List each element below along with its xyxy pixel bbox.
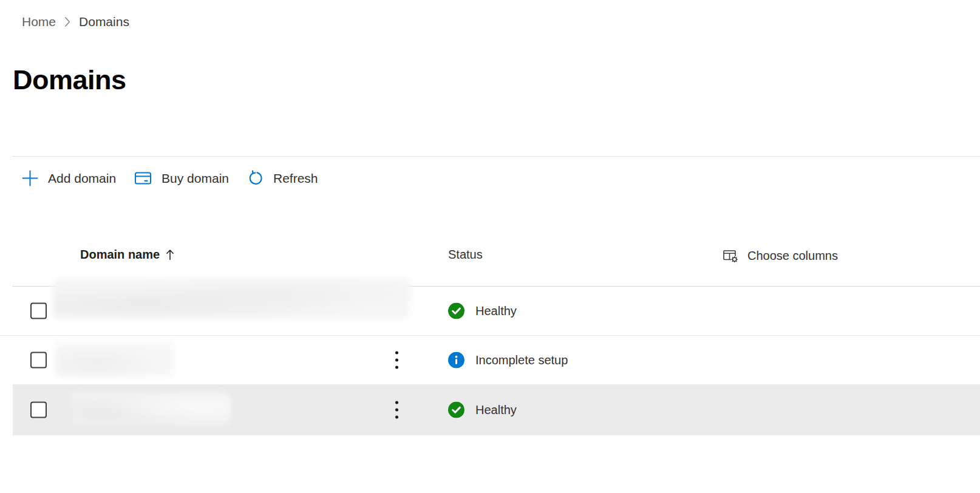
column-header-status[interactable]: Status <box>448 248 483 262</box>
choose-columns-button[interactable]: Choose columns <box>723 248 838 264</box>
breadcrumb: Home Domains <box>22 15 129 29</box>
row-checkbox[interactable] <box>30 303 47 319</box>
add-domain-button[interactable]: Add domain <box>13 165 125 192</box>
checkmark-circle-icon <box>448 402 464 418</box>
status-badge: Healthy <box>448 402 517 418</box>
page-title: Domains <box>13 64 126 96</box>
table-row[interactable]: Healthy <box>0 287 980 335</box>
refresh-icon <box>247 170 264 186</box>
toolbar: Add domain Buy domain Refresh <box>13 165 327 192</box>
status-label: Healthy <box>475 304 517 318</box>
column-header-domain-name[interactable]: Domain name <box>80 248 174 262</box>
status-badge: Incomplete setup <box>448 352 568 368</box>
arrow-up-icon <box>166 249 174 260</box>
plus-icon <box>22 170 38 186</box>
checkmark-circle-icon <box>448 303 464 319</box>
row-menu-button[interactable] <box>392 348 401 371</box>
chevron-right-icon <box>64 16 71 28</box>
domain-name-redacted[interactable] <box>70 392 231 426</box>
credit-card-icon <box>134 171 152 186</box>
column-options-icon <box>723 248 739 264</box>
breadcrumb-current: Domains <box>79 15 129 29</box>
domains-page: Home Domains Domains Add domain Buy doma… <box>0 0 980 493</box>
domain-name-redacted[interactable] <box>53 278 410 319</box>
column-header-domain-name-label: Domain name <box>80 248 160 262</box>
status-label: Incomplete setup <box>475 353 568 367</box>
refresh-button[interactable]: Refresh <box>238 165 327 192</box>
table-row[interactable]: Healthy <box>0 384 980 435</box>
choose-columns-label: Choose columns <box>747 249 838 263</box>
status-badge: Healthy <box>448 303 517 319</box>
toolbar-divider <box>12 156 980 157</box>
row-menu-button[interactable] <box>392 399 401 421</box>
info-circle-icon <box>448 352 464 368</box>
table-row[interactable]: Incomplete setup <box>0 335 980 384</box>
buy-domain-label: Buy domain <box>162 171 229 186</box>
refresh-label: Refresh <box>273 171 318 186</box>
buy-domain-button[interactable]: Buy domain <box>125 165 238 192</box>
status-label: Healthy <box>475 403 517 417</box>
domain-name-redacted[interactable] <box>55 342 174 377</box>
add-domain-label: Add domain <box>48 171 116 186</box>
row-checkbox[interactable] <box>30 402 47 418</box>
row-checkbox[interactable] <box>30 352 47 368</box>
breadcrumb-home-link[interactable]: Home <box>22 15 56 29</box>
